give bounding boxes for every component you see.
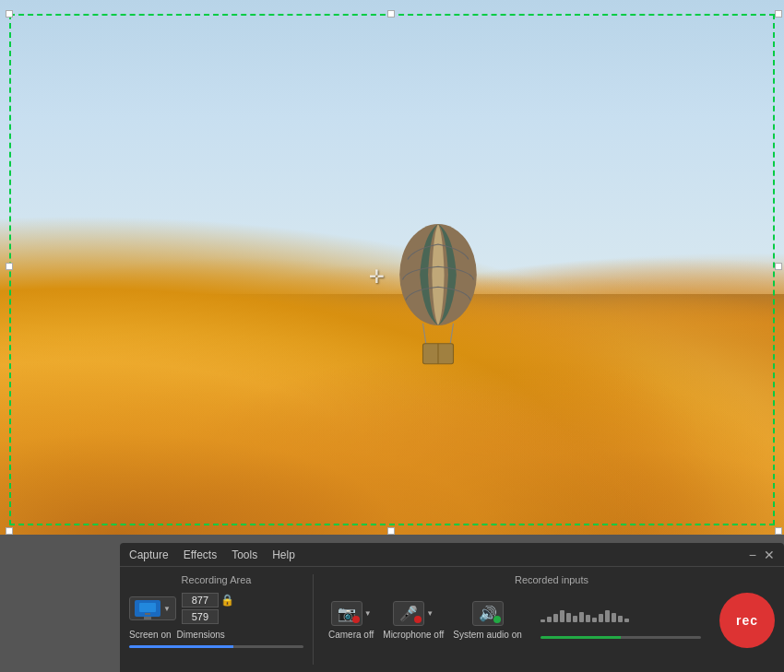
lock-icon: 🔒 <box>220 594 234 607</box>
svg-rect-21 <box>624 619 629 622</box>
screen-button[interactable]: ▼ <box>129 596 176 620</box>
menu-bar: Capture Effects Tools Help − ✕ <box>120 543 784 567</box>
camera-label: Camera off <box>328 630 374 640</box>
svg-rect-18 <box>605 610 610 622</box>
record-button[interactable]: rec <box>719 593 775 648</box>
microphone-label: Microphone off <box>383 630 444 640</box>
width-input[interactable] <box>182 593 219 607</box>
minimize-button[interactable]: − <box>749 548 756 561</box>
capture-area: ✛ <box>0 0 784 535</box>
audio-level-svg <box>540 603 633 631</box>
recording-labels-row: Screen on Dimensions <box>129 630 303 640</box>
svg-rect-17 <box>599 614 603 622</box>
svg-rect-14 <box>579 612 584 622</box>
svg-rect-12 <box>566 613 571 622</box>
svg-rect-6 <box>139 603 156 612</box>
control-bar-content: Recording Area ▼ 🔒 <box>120 567 784 672</box>
handle-bottom-left[interactable] <box>6 527 13 535</box>
microphone-item: 🎤 ▼ Microphone off <box>383 601 444 640</box>
camera-button[interactable]: 📷 <box>331 601 362 626</box>
recording-slider[interactable] <box>129 645 303 648</box>
window-controls: − ✕ <box>749 548 775 561</box>
svg-rect-19 <box>612 613 616 622</box>
svg-line-1 <box>423 324 426 344</box>
audio-level-display <box>531 603 710 639</box>
camera-dropdown-arrow[interactable]: ▼ <box>364 609 372 618</box>
menu-effects[interactable]: Effects <box>184 548 217 561</box>
svg-rect-15 <box>586 615 590 622</box>
control-bar: Capture Effects Tools Help − ✕ Recording… <box>120 543 784 672</box>
recording-area-label: Recording Area <box>129 574 303 585</box>
handle-bottom-center[interactable] <box>387 527 395 535</box>
handle-top-left[interactable] <box>6 10 13 18</box>
handle-top-center[interactable] <box>387 10 395 18</box>
menu-capture[interactable]: Capture <box>129 548 169 561</box>
svg-rect-7 <box>145 613 150 615</box>
handle-top-right[interactable] <box>775 10 782 18</box>
menu-tools[interactable]: Tools <box>232 548 257 561</box>
recording-area-section: Recording Area ▼ 🔒 <box>129 574 314 665</box>
audio-slider[interactable] <box>540 636 701 639</box>
system-audio-item: 🔊 System audio on <box>453 601 522 640</box>
width-row: 🔒 <box>182 593 234 607</box>
system-audio-button[interactable]: 🔊 <box>472 601 504 626</box>
handle-middle-left[interactable] <box>6 263 13 270</box>
handle-bottom-right[interactable] <box>775 527 782 535</box>
svg-rect-16 <box>592 618 597 622</box>
microphone-button[interactable]: 🎤 <box>393 601 424 626</box>
recorded-inputs-label: Recorded inputs <box>328 574 775 585</box>
svg-rect-9 <box>547 617 552 622</box>
menu-help[interactable]: Help <box>272 548 295 561</box>
svg-rect-13 <box>573 616 577 622</box>
balloon-image <box>387 203 507 387</box>
height-row <box>182 609 234 624</box>
dimensions-label: Dimensions <box>177 630 225 640</box>
svg-rect-8 <box>540 619 545 622</box>
svg-rect-11 <box>560 610 564 622</box>
handle-middle-right[interactable] <box>775 263 782 270</box>
microphone-dropdown-arrow[interactable]: ▼ <box>426 609 434 618</box>
height-input[interactable] <box>182 609 219 624</box>
system-audio-label: System audio on <box>453 630 522 640</box>
recording-slider-row <box>129 645 303 648</box>
screen-on-label: Screen on <box>129 630 172 640</box>
camera-item: 📷 ▼ Camera off <box>328 601 374 640</box>
recorded-inputs-section: Recorded inputs 📷 ▼ Camera off <box>314 574 775 665</box>
svg-rect-20 <box>618 616 623 622</box>
recording-controls: ▼ 🔒 <box>129 593 303 624</box>
screen-dropdown-arrow: ▼ <box>163 605 171 613</box>
system-audio-status-dot <box>493 616 501 623</box>
dimensions-group: 🔒 <box>182 593 234 624</box>
camera-status-dot <box>352 616 360 623</box>
svg-line-2 <box>450 324 453 344</box>
microphone-status-dot <box>414 616 422 623</box>
svg-rect-10 <box>553 614 558 622</box>
inputs-row: 📷 ▼ Camera off 🎤 ▼ <box>328 593 775 648</box>
close-button[interactable]: ✕ <box>764 548 775 561</box>
screen-icon <box>135 600 160 617</box>
